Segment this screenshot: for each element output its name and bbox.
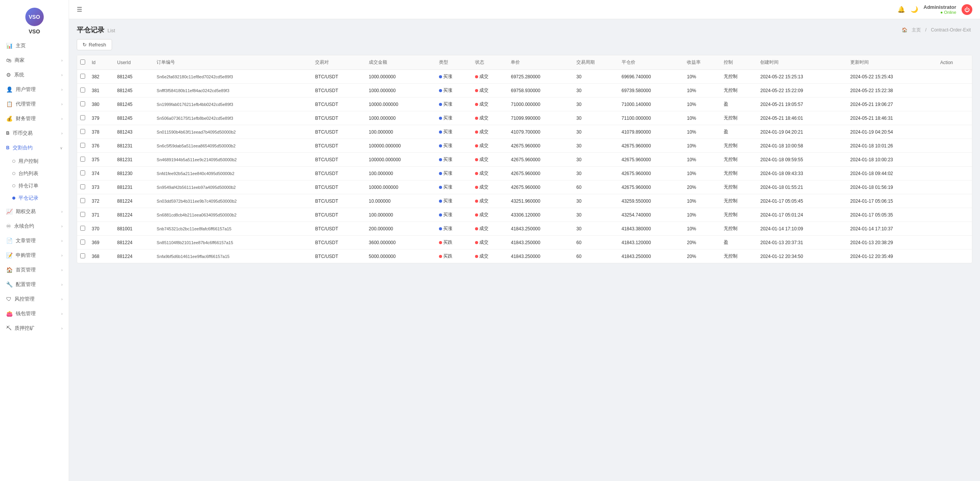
cell-userid: 881001 (114, 222, 153, 236)
cell-action[interactable] (937, 70, 972, 84)
status-dot-icon (475, 158, 478, 161)
cell-action[interactable] (937, 139, 972, 153)
type-label: 买涨 (443, 115, 452, 121)
hamburger-button[interactable]: ☰ (77, 6, 82, 13)
col-header-type: 类型 (436, 55, 472, 70)
notification-icon[interactable]: 🔔 (898, 6, 905, 13)
row-checkbox[interactable] (80, 253, 85, 258)
cell-action[interactable] (937, 194, 972, 208)
row-checkbox[interactable] (80, 143, 85, 148)
cell-period: 30 (573, 194, 619, 208)
row-checkbox[interactable] (80, 198, 85, 203)
status-dot-icon (475, 89, 478, 92)
apply-icon: 📝 (6, 252, 13, 258)
type-dot-icon (439, 89, 442, 92)
cell-yield: 10% (684, 153, 721, 167)
sidebar-item-options-trade[interactable]: 📈 期权交易 › (0, 204, 69, 219)
cell-id: 376 (89, 139, 114, 153)
cell-create-time: 2024-01-12 20:34:50 (757, 250, 847, 263)
sidebar-item-label: 风控管理 (15, 296, 35, 302)
cell-type: 买涨 (436, 84, 472, 98)
sidebar-item-home[interactable]: 📊 主页 (0, 38, 69, 53)
cell-update-time: 2024-01-17 05:05:35 (847, 208, 937, 222)
type-dot-icon (439, 200, 442, 203)
status-label: 成交 (479, 115, 488, 121)
cell-action[interactable] (937, 84, 972, 98)
sidebar-item-system[interactable]: ⚙ 系统 › (0, 68, 69, 82)
cell-status: 成交 (472, 194, 508, 208)
cell-update-time: 2024-01-18 01:56:19 (847, 180, 937, 194)
cell-status: 成交 (472, 250, 508, 263)
sidebar-item-config-mgmt[interactable]: 🔧 配置管理 › (0, 277, 69, 292)
sidebar-item-finance-mgmt[interactable]: 💰 财务管理 › (0, 111, 69, 126)
sidebar-item-article-mgmt[interactable]: 📄 文章管理 › (0, 233, 69, 248)
cell-order-no: Sn851104f8b21011ee87b4c6ff66157a15 (153, 236, 312, 250)
sidebar-item-user-mgmt[interactable]: 👤 用户管理 › (0, 82, 69, 97)
sidebar-item-agent-mgmt[interactable]: 📋 代理管理 › (0, 97, 69, 111)
sidebar-sub-hold-order[interactable]: 持仓订单 (0, 180, 69, 192)
cell-price: 41843.250000 (508, 236, 573, 250)
row-checkbox[interactable] (80, 157, 85, 162)
cell-action[interactable] (937, 250, 972, 263)
row-checkbox[interactable] (80, 184, 85, 189)
sidebar-item-merchant[interactable]: 🛍 商家 › (0, 53, 69, 68)
sidebar-item-mining[interactable]: ⛏ 质押挖矿 › (0, 321, 69, 336)
row-checkbox[interactable] (80, 88, 85, 93)
article-icon: 📄 (6, 238, 13, 244)
sidebar-sub-user-control[interactable]: 用户控制 (0, 155, 69, 167)
cell-price: 69725.280000 (508, 70, 573, 84)
cell-pair: BTC/USDT (312, 153, 366, 167)
cell-amount: 5000.000000 (366, 250, 436, 263)
row-checkbox[interactable] (80, 240, 85, 245)
cell-action[interactable] (937, 236, 972, 250)
status-label: 成交 (479, 184, 488, 190)
cell-id: 381 (89, 84, 114, 98)
sidebar-item-risk-mgmt[interactable]: 🛡 风控管理 › (0, 292, 69, 306)
cell-action[interactable] (937, 167, 972, 180)
row-checkbox[interactable] (80, 212, 85, 217)
cell-type: 买涨 (436, 208, 472, 222)
sidebar-item-wallet-mgmt[interactable]: 👛 钱包管理 › (0, 306, 69, 321)
cell-action[interactable] (937, 98, 972, 111)
cell-type: 买跌 (436, 250, 472, 263)
cell-action[interactable] (937, 125, 972, 139)
cell-status: 成交 (472, 236, 508, 250)
chevron-right-icon: › (61, 102, 63, 106)
cell-action[interactable] (937, 222, 972, 236)
sidebar-item-contract-trade[interactable]: B 交割合约 ∨ (0, 140, 69, 155)
refresh-button[interactable]: ↻ Refresh (77, 39, 112, 50)
row-checkbox[interactable] (80, 74, 85, 79)
row-checkbox[interactable] (80, 101, 85, 106)
theme-toggle-icon[interactable]: 🌙 (911, 6, 918, 13)
breadcrumb-current: Contract-Order-Exit (931, 27, 971, 33)
power-button[interactable]: ⏻ (962, 4, 972, 15)
sidebar-sub-contract-list[interactable]: 台约列表 (0, 167, 69, 180)
cell-id: 382 (89, 70, 114, 84)
chevron-down-icon: ∨ (60, 146, 63, 150)
cell-close-price: 42675.960000 (619, 180, 684, 194)
sidebar-item-currency-trade[interactable]: B 币币交易 › (0, 126, 69, 140)
type-label: 买涨 (443, 156, 452, 163)
sidebar-item-apply-mgmt[interactable]: 📝 申购管理 › (0, 248, 69, 263)
row-checkbox[interactable] (80, 170, 85, 175)
cell-update-time: 2024-05-22 15:22:38 (847, 84, 937, 98)
cell-action[interactable] (937, 153, 972, 167)
sidebar-item-perpetual[interactable]: ♾ 永续合约 › (0, 219, 69, 233)
sidebar-item-homepage-mgmt[interactable]: 🏠 首页管理 › (0, 263, 69, 277)
row-checkbox[interactable] (80, 226, 85, 231)
breadcrumb-home-link[interactable]: 主页 (912, 27, 921, 33)
row-checkbox[interactable] (80, 115, 85, 120)
cell-update-time: 2024-01-18 10:00:23 (847, 153, 937, 167)
select-all-checkbox[interactable] (80, 60, 85, 64)
row-checkbox-cell (77, 222, 89, 236)
sidebar-sub-close-record[interactable]: 平仓记录 (0, 192, 69, 204)
cell-action[interactable] (937, 111, 972, 125)
cell-status: 成交 (472, 222, 508, 236)
cell-period: 30 (573, 125, 619, 139)
cell-action[interactable] (937, 180, 972, 194)
cell-price: 71099.990000 (508, 111, 573, 125)
cell-create-time: 2024-01-18 10:00:58 (757, 139, 847, 153)
cell-action[interactable] (937, 208, 972, 222)
row-checkbox[interactable] (80, 129, 85, 134)
status-label: 成交 (479, 170, 488, 177)
